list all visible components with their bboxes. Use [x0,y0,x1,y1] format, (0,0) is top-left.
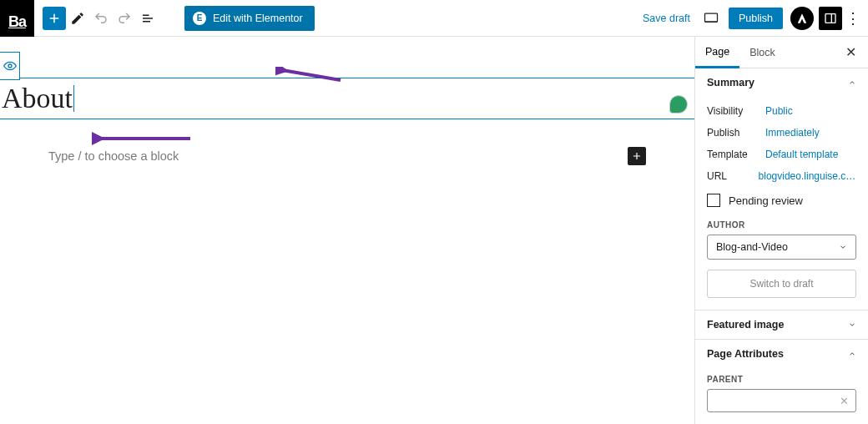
settings-sidebar: Page Block ✕ Summary VisibilityPublic Pu… [694,37,868,424]
preview-eye-tab[interactable] [0,52,20,80]
visibility-value[interactable]: Public [765,105,793,117]
page-attributes-heading: Page Attributes [707,348,784,360]
annotation-arrow-2 [92,132,192,145]
block-placeholder[interactable]: Type / to choose a block [48,149,646,163]
parent-section-label: PARENT [707,371,856,389]
add-block-button[interactable] [43,7,66,30]
parent-select[interactable]: ✕ [707,389,856,412]
add-block-inline-button[interactable] [628,147,646,165]
site-logo[interactable]: Ba [0,0,34,37]
tab-page[interactable]: Page [695,37,739,68]
clear-parent-icon[interactable]: ✕ [840,395,849,407]
switch-to-draft-button[interactable]: Switch to draft [707,270,856,298]
undo-button[interactable] [89,7,113,30]
top-toolbar: Ba E Edit with Elementor Save draft [0,0,868,37]
publish-label: Publish [707,127,765,139]
page-title: About [2,82,73,115]
chevron-down-icon [848,321,856,329]
tab-block[interactable]: Block [739,38,785,67]
redo-button[interactable] [113,7,136,30]
author-select[interactable]: Blog-and-Video [707,235,856,260]
svg-rect-0 [705,13,718,22]
featured-image-heading: Featured image [707,319,784,331]
featured-image-panel-toggle[interactable]: Featured image [695,310,868,339]
summary-panel-toggle[interactable]: Summary [695,68,868,97]
preview-icon[interactable] [699,6,724,31]
url-label: URL [707,170,759,182]
publish-button[interactable]: Publish [729,8,783,29]
save-draft-link[interactable]: Save draft [643,13,690,24]
template-value[interactable]: Default template [765,149,838,160]
placeholder-text: Type / to choose a block [48,149,179,163]
summary-heading: Summary [707,77,754,88]
visibility-label: Visibility [707,105,765,117]
document-outline-button[interactable] [136,7,159,30]
svg-rect-1 [825,13,835,23]
page-attributes-panel-toggle[interactable]: Page Attributes [695,340,868,368]
elementor-label: Edit with Elementor [213,13,303,24]
pending-review-checkbox[interactable]: Pending review [707,187,856,217]
title-block[interactable]: About [0,78,694,119]
settings-sidebar-toggle[interactable] [819,7,842,30]
publish-value[interactable]: Immediately [765,127,820,139]
chevron-down-icon [839,243,847,251]
more-options-button[interactable]: ⋮ [845,9,861,28]
author-value: Blog-and-Video [716,241,788,253]
template-label: Template [707,149,765,160]
edit-icon[interactable] [66,7,89,30]
chat-bubble-icon[interactable] [669,95,688,114]
edit-with-elementor-button[interactable]: E Edit with Elementor [184,6,315,31]
url-value[interactable]: blogvideo.linguise.com… [759,170,856,182]
chevron-up-icon [848,350,856,358]
author-section-label: AUTHOR [707,217,856,235]
editor-canvas: About Type / to choose a block [0,37,694,424]
checkbox-icon [707,194,720,207]
elementor-icon: E [193,12,206,25]
pending-review-label: Pending review [729,194,803,207]
close-sidebar-button[interactable]: ✕ [842,44,860,60]
chevron-up-icon [848,78,856,87]
svg-point-3 [8,64,12,68]
astra-icon[interactable] [790,7,814,30]
